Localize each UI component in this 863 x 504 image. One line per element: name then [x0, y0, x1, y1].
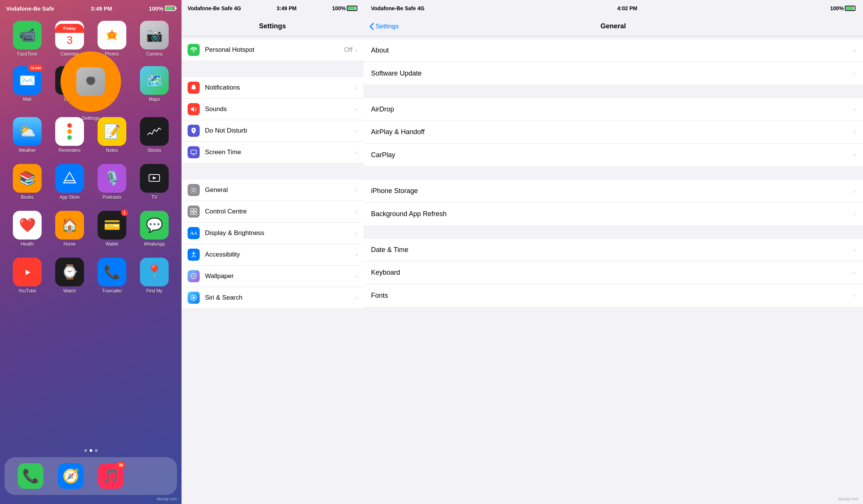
app-wallet[interactable]: 💳 1 Wallet	[91, 211, 133, 247]
back-button[interactable]: Settings	[369, 23, 399, 30]
app-label-truecaller: Truecaller	[102, 288, 122, 294]
general-row-software-update[interactable]: Software Update ›	[363, 62, 863, 85]
app-truecaller[interactable]: 📞 Truecaller	[91, 258, 133, 294]
settings-row-siri[interactable]: Siri & Search ›	[182, 287, 363, 308]
display-icon: AA	[188, 227, 200, 239]
general-row-datetime[interactable]: Date & Time ›	[363, 239, 863, 261]
display-chevron: ›	[355, 230, 357, 236]
battery-icon	[165, 6, 175, 11]
page-dot-1	[84, 449, 87, 452]
settings-row-wallpaper[interactable]: Wallpaper ›	[182, 266, 363, 287]
app-watch[interactable]: ⌚ Watch	[48, 258, 91, 294]
display-label: Display & Brightness	[205, 229, 355, 237]
battery-status: 100%	[149, 5, 175, 12]
hotspot-label: Personal Hotspot	[205, 46, 344, 54]
software-update-label: Software Update	[371, 70, 854, 77]
app-whatsapp[interactable]: 💬 WhatsApp	[133, 211, 175, 247]
settings-row-screentime[interactable]: Screen Time ›	[182, 142, 363, 163]
settings-highlight[interactable]: Settings	[61, 51, 121, 112]
app-youtube[interactable]: YouTube	[6, 258, 48, 294]
dnd-label: Do Not Disturb	[205, 127, 355, 135]
settings-battery: 100%	[332, 5, 357, 11]
app-label-home: Home	[64, 241, 76, 247]
fonts-chevron: ›	[854, 292, 855, 299]
app-podcasts[interactable]: 🎙️ Podcasts	[91, 164, 133, 200]
section-gap-2	[182, 166, 363, 179]
app-calendar[interactable]: Friday 3 Calendar	[48, 21, 91, 57]
app-label-health: Health	[21, 241, 34, 247]
app-label-stocks: Stocks	[147, 148, 161, 153]
general-chevron: ›	[355, 187, 357, 193]
general-icon	[188, 184, 200, 196]
svg-rect-12	[191, 150, 196, 154]
app-facetime[interactable]: 📹 FaceTime	[6, 21, 48, 57]
general-row-carplay[interactable]: CarPlay ›	[363, 144, 863, 166]
app-notes[interactable]: 📝 Notes	[91, 117, 133, 153]
app-maps[interactable]: 🗺️ Maps	[133, 66, 175, 102]
settings-row-hotspot[interactable]: Personal Hotspot Off ›	[182, 39, 363, 60]
notifications-icon	[188, 82, 200, 94]
general-row-background-refresh[interactable]: Background App Refresh ›	[363, 203, 863, 225]
settings-row-display[interactable]: AA Display & Brightness ›	[182, 223, 363, 244]
section-gap-top	[182, 36, 363, 39]
app-camera[interactable]: 📷 Camera	[133, 21, 175, 57]
dock-extra	[138, 463, 164, 489]
notifications-chevron: ›	[355, 85, 357, 91]
siri-label: Siri & Search	[205, 294, 355, 301]
settings-row-general[interactable]: General ›	[182, 179, 363, 201]
app-home[interactable]: 🏠 Home	[48, 211, 91, 247]
settings-row-accessibility[interactable]: Accessibility ›	[182, 244, 363, 266]
hotspot-icon	[188, 44, 200, 56]
general-battery: 100%	[830, 5, 855, 11]
settings-title: Settings	[259, 22, 286, 30]
watermark: dazag.com	[157, 496, 177, 501]
general-nav-bar: Settings General	[363, 17, 863, 36]
dock-safari[interactable]: 🧭	[58, 463, 84, 489]
screentime-label: Screen Time	[205, 148, 355, 156]
app-mail[interactable]: ✉️ 18,434 Mail	[6, 66, 48, 102]
app-label-books: Books	[21, 195, 33, 200]
app-label-maps: Maps	[149, 97, 160, 102]
sounds-label: Sounds	[205, 105, 355, 113]
page-dots	[0, 449, 182, 452]
svg-point-22	[192, 297, 195, 299]
svg-rect-17	[191, 212, 193, 215]
general-row-keyboard[interactable]: Keyboard ›	[363, 261, 863, 284]
dock-phone[interactable]: 📞	[18, 463, 43, 489]
settings-row-dnd[interactable]: Do Not Disturb ›	[182, 120, 363, 142]
general-row-airplay-handoff[interactable]: AirPlay & Handoff ›	[363, 121, 863, 144]
app-appstore[interactable]: App Store	[48, 164, 91, 200]
app-photos[interactable]: Photos	[91, 21, 133, 57]
dnd-icon	[188, 125, 200, 137]
svg-point-19	[193, 252, 194, 253]
app-reminders[interactable]: Reminders	[48, 117, 91, 153]
settings-row-sounds[interactable]: Sounds ›	[182, 99, 363, 120]
dock: 📞 🧭 🎵 39	[5, 457, 177, 495]
settings-row-controlcentre[interactable]: Control Centre ›	[182, 201, 363, 223]
app-label-reminders: Reminders	[59, 148, 81, 153]
app-tv[interactable]: TV	[133, 164, 175, 200]
general-title: General	[601, 22, 626, 30]
general-row-fonts[interactable]: Fonts ›	[363, 284, 863, 307]
accessibility-label: Accessibility	[205, 251, 355, 258]
music-badge: 39	[116, 462, 125, 468]
general-list: About › Software Update › AirDrop › AirP…	[363, 36, 863, 504]
app-label-mail: Mail	[23, 97, 31, 102]
general-time: 4:02 PM	[617, 5, 637, 11]
app-weather[interactable]: ⛅ Weather	[6, 117, 48, 153]
app-health[interactable]: ❤️ Health	[6, 211, 48, 247]
airdrop-label: AirDrop	[371, 105, 854, 113]
dock-music[interactable]: 🎵 39	[98, 463, 124, 489]
general-row-airdrop[interactable]: AirDrop ›	[363, 98, 863, 121]
general-row-about[interactable]: About ›	[363, 39, 863, 62]
app-label-appstore: App Store	[59, 195, 79, 200]
general-carrier: Vodafone-Be Safe 4G	[371, 5, 424, 11]
settings-row-notifications[interactable]: Notifications ›	[182, 77, 363, 99]
settings-carrier: Vodafone-Be Safe 4G	[188, 5, 241, 11]
app-label-findmy: Find My	[146, 288, 163, 294]
app-books[interactable]: 📚 Books	[6, 164, 48, 200]
general-row-iphone-storage[interactable]: iPhone Storage ›	[363, 180, 863, 203]
app-label-tv: TV	[151, 195, 157, 200]
app-stocks[interactable]: Stocks	[133, 117, 175, 153]
app-findmy[interactable]: 📍 Find My	[133, 258, 175, 294]
